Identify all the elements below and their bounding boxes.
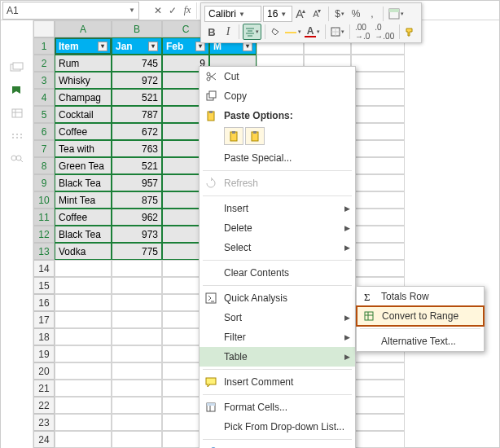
cell-item[interactable]: Whisky	[55, 72, 112, 89]
chevron-down-icon[interactable]: ▼	[239, 11, 245, 18]
dots-icon[interactable]	[1, 125, 33, 147]
cancel-formula-icon[interactable]: ✕	[151, 2, 165, 20]
cell[interactable]	[112, 328, 162, 345]
row-header[interactable]: 21	[33, 380, 55, 397]
cell-item[interactable]: Mint Tea	[55, 191, 112, 209]
menu-format-cells[interactable]: Format Cells...	[200, 397, 355, 417]
cell[interactable]	[351, 431, 405, 448]
cell[interactable]	[55, 362, 112, 380]
submenu-convert-to-range[interactable]: Convert to Range	[356, 305, 485, 327]
enter-formula-icon[interactable]: ✓	[165, 2, 180, 20]
cell[interactable]	[351, 362, 405, 380]
fill-color-button[interactable]	[269, 24, 283, 40]
cell[interactable]	[112, 260, 162, 277]
cell-item[interactable]: Coffee	[55, 123, 112, 140]
cell-item[interactable]: Green Tea	[55, 157, 112, 174]
table-header-cell[interactable]: Item▾	[55, 37, 112, 55]
cell[interactable]	[351, 157, 405, 174]
row-header[interactable]: 5	[33, 106, 55, 123]
row-header[interactable]: 14	[33, 260, 55, 277]
increase-decimal-button[interactable]: .00→.0	[353, 24, 371, 40]
row-header[interactable]: 4	[33, 89, 55, 106]
cell[interactable]	[351, 414, 405, 431]
cell[interactable]	[112, 414, 162, 431]
cell[interactable]	[112, 277, 162, 294]
select-all-corner[interactable]	[33, 20, 55, 37]
cell-item[interactable]: Champag	[55, 89, 112, 106]
column-header[interactable]: A	[55, 20, 112, 37]
currency-button[interactable]: $▾	[332, 6, 347, 22]
align-center-button[interactable]: ▾	[243, 24, 261, 40]
cell[interactable]	[55, 414, 112, 431]
cell[interactable]	[351, 380, 405, 397]
cell-jan[interactable]: 962	[112, 209, 162, 226]
row-header[interactable]: 2	[33, 55, 55, 72]
cell-jan[interactable]: 973	[112, 226, 162, 243]
menu-copy[interactable]: Copy	[200, 86, 355, 106]
cell[interactable]	[112, 311, 162, 328]
row-header[interactable]: 1	[33, 37, 55, 55]
cell[interactable]	[112, 380, 162, 397]
menu-sort[interactable]: Sort▶	[200, 308, 355, 327]
comma-button[interactable]: ,	[365, 6, 379, 22]
cell[interactable]	[351, 55, 405, 72]
borders-button[interactable]: ▾	[329, 24, 346, 40]
cell-jan[interactable]: 957	[112, 174, 162, 191]
cell-jan[interactable]: 972	[112, 72, 162, 89]
menu-insert[interactable]: Insert▶	[200, 199, 355, 218]
layers-icon[interactable]	[1, 56, 33, 79]
bookmark-icon[interactable]	[1, 79, 33, 102]
cell-styles-button[interactable]: ▾	[387, 6, 406, 22]
paste-normal-button[interactable]	[224, 127, 243, 145]
row-header[interactable]: 19	[33, 345, 55, 362]
cell[interactable]	[55, 260, 112, 277]
percent-button[interactable]: %	[349, 6, 363, 22]
cell-jan[interactable]: 875	[112, 191, 162, 209]
cell[interactable]	[112, 294, 162, 311]
cell[interactable]	[55, 380, 112, 397]
cell-jan[interactable]: 745	[112, 55, 162, 72]
cell[interactable]	[112, 345, 162, 362]
cell[interactable]	[351, 243, 405, 260]
row-header[interactable]: 8	[33, 157, 55, 174]
cell[interactable]	[351, 72, 405, 89]
row-header[interactable]: 24	[33, 431, 55, 448]
row-header[interactable]: 10	[33, 191, 55, 209]
chevron-down-icon[interactable]: ▼	[280, 11, 287, 18]
name-box[interactable]: A1 ▼	[2, 2, 139, 20]
cell[interactable]	[351, 89, 405, 106]
menu-delete[interactable]: Delete▶	[200, 218, 355, 238]
fx-icon[interactable]: fx	[180, 2, 195, 20]
table-header-cell[interactable]: Jan▾	[112, 37, 162, 55]
filter-button[interactable]: ▾	[148, 42, 158, 51]
paste-values-button[interactable]	[245, 127, 265, 145]
cell-item[interactable]: Cocktail	[55, 106, 112, 123]
row-header[interactable]: 23	[33, 414, 55, 431]
cell-jan[interactable]: 775	[112, 243, 162, 260]
cell[interactable]	[55, 397, 112, 414]
cell[interactable]	[351, 174, 405, 191]
row-header[interactable]: 12	[33, 226, 55, 243]
cell-jan[interactable]: 763	[112, 140, 162, 157]
cell[interactable]	[351, 106, 405, 123]
cell[interactable]	[351, 260, 405, 277]
row-header[interactable]: 16	[33, 294, 55, 311]
menu-paste-special[interactable]: Paste Special...	[200, 148, 355, 168]
menu-quick-analysis[interactable]: Quick Analysis	[200, 288, 355, 308]
row-header[interactable]: 20	[33, 362, 55, 380]
menu-clear-contents[interactable]: Clear Contents	[200, 263, 355, 283]
font-name-select[interactable]: Calibri ▼	[204, 6, 261, 22]
row-header[interactable]: 3	[33, 72, 55, 89]
italic-button[interactable]: I	[221, 24, 235, 40]
cell[interactable]	[351, 191, 405, 209]
menu-select[interactable]: Select▶	[200, 238, 355, 257]
cell[interactable]	[55, 431, 112, 448]
cell[interactable]	[55, 311, 112, 328]
format-painter-button[interactable]	[403, 24, 418, 40]
row-header[interactable]: 7	[33, 140, 55, 157]
cell-jan[interactable]: 672	[112, 123, 162, 140]
menu-filter[interactable]: Filter▶	[200, 327, 355, 347]
cell[interactable]	[55, 328, 112, 345]
bold-button[interactable]: B	[204, 24, 219, 40]
cell-item[interactable]: Vodka	[55, 243, 112, 260]
